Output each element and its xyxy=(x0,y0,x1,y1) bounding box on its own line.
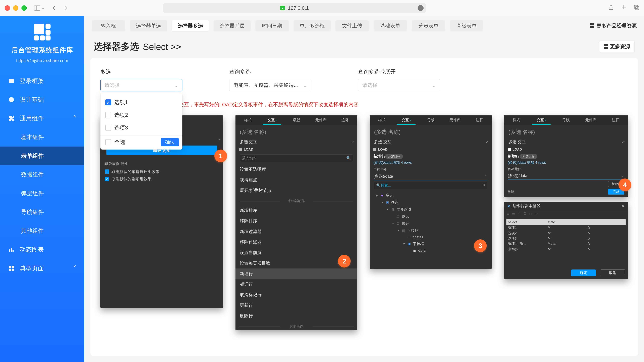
more-pm-resources-link[interactable]: 更多产品经理资源 xyxy=(590,22,637,29)
ax-tab-interaction[interactable]: 交互 xyxy=(260,115,284,125)
load-event[interactable]: LOAD xyxy=(370,146,492,153)
checkbox-checked-icon[interactable]: ✓ xyxy=(105,99,111,105)
tab-popup-select[interactable]: 选择器弹层 xyxy=(214,20,251,31)
back-button[interactable] xyxy=(50,4,58,12)
ax-tab-style[interactable]: 样式 xyxy=(370,115,394,125)
sidebar-item-design[interactable]: 设计基础 xyxy=(0,90,84,109)
reader-icon[interactable]: ••• xyxy=(418,5,424,11)
option-3[interactable]: 选项3 xyxy=(100,121,182,134)
action-item[interactable]: 新增排序 xyxy=(236,205,358,216)
sidebar-item-other[interactable]: 其他组件 xyxy=(0,222,84,240)
action-item[interactable]: 新增过滤器 xyxy=(236,226,358,237)
tab-datetime[interactable]: 时间日期 xyxy=(256,20,289,31)
new-tab-icon[interactable]: ＋ xyxy=(620,4,628,11)
toolbar-icon[interactable]: ↤ xyxy=(529,212,532,216)
multi-select-dropdown[interactable]: ✓ 选项1 选项2 选项3 全选 xyxy=(100,93,182,150)
repeater-table[interactable]: select state 选项1fxfx 选项2fxfx 选项3fxfx 选项1… xyxy=(506,219,626,252)
action-item[interactable]: 更新行 xyxy=(236,300,358,311)
ax-tab-style[interactable]: 样式 xyxy=(236,115,260,125)
more-resource-button[interactable]: 更多资源 xyxy=(599,41,635,53)
minimize-window-icon[interactable] xyxy=(13,5,18,11)
action-item[interactable]: 取消标记行 xyxy=(236,290,358,300)
checkbox-icon[interactable] xyxy=(105,139,111,145)
select-all[interactable]: 全选 xyxy=(105,138,125,146)
ax-tab-notes[interactable]: 注释 xyxy=(603,115,628,125)
close-window-icon[interactable] xyxy=(5,5,10,11)
tab-upload[interactable]: 文件上传 xyxy=(336,20,369,31)
action-item[interactable]: 设置不透明度 xyxy=(236,164,358,175)
tree-row[interactable]: ▼▣多选 xyxy=(371,199,490,206)
sidebar-item-popup[interactable]: 弹层组件 xyxy=(0,184,84,203)
expand-icon[interactable]: ⤢ xyxy=(486,140,489,144)
tab-checkbox[interactable]: 单、多选框 xyxy=(294,20,331,31)
toolbar-icon[interactable]: ≡ xyxy=(507,212,509,216)
tab-advanced-form[interactable]: 高级表单 xyxy=(450,20,483,31)
checkbox-icon[interactable] xyxy=(105,125,111,131)
ax-tab-master[interactable]: 母版 xyxy=(418,115,443,125)
tabs-overview-icon[interactable] xyxy=(634,4,639,11)
action-item[interactable]: 展开/折叠树节点 xyxy=(236,185,358,196)
checkbox-icon[interactable] xyxy=(105,112,111,118)
toolbar-icon[interactable]: ↧ xyxy=(523,212,526,216)
filter-icon[interactable]: ⚲ xyxy=(482,183,485,188)
share-icon[interactable] xyxy=(608,4,614,11)
target-value-input[interactable]: (多选)/data ⌄ xyxy=(508,172,624,179)
expand-icon[interactable]: ⤢ xyxy=(351,140,354,144)
tree-row[interactable]: ▼▥展开选项 xyxy=(371,206,490,213)
toolbar-icon[interactable]: ↥ xyxy=(518,212,521,216)
ax-tab-master[interactable]: 母版 xyxy=(284,115,308,125)
action-item[interactable]: 删除行 xyxy=(236,311,358,321)
cancel-button[interactable]: 取消 xyxy=(600,270,625,276)
tab-single-select[interactable]: 选择器单选 xyxy=(130,20,167,31)
tab-multi-select[interactable]: 选择器多选 xyxy=(172,20,209,31)
ax-tab-notes[interactable]: 注释 xyxy=(467,115,492,125)
tree-row[interactable]: ▼▥下拉框 xyxy=(371,227,490,234)
sidebar-item-basic[interactable]: 基本组件 xyxy=(0,128,84,147)
load-event[interactable]: LOAD xyxy=(236,146,358,153)
load-event[interactable]: LOAD xyxy=(504,146,628,153)
tab-input[interactable]: 输入框 xyxy=(92,20,125,31)
ax-tab-library[interactable]: 元件库 xyxy=(443,115,468,125)
multi-select-input[interactable]: 请选择 ⌄ xyxy=(100,79,182,91)
close-icon[interactable]: ✕ xyxy=(621,204,625,209)
ax-tab-master[interactable]: 母版 xyxy=(554,115,578,125)
add-target-pill[interactable]: 添加目标 xyxy=(386,154,403,159)
ax-tab-interaction[interactable]: 交互 xyxy=(529,115,554,125)
tree-row[interactable]: ▼▣下拉框 xyxy=(371,240,490,247)
expand-icon[interactable]: ⤢ xyxy=(217,138,220,142)
action-item[interactable]: 获得焦点 xyxy=(236,175,358,185)
confirm-button[interactable]: 确认 xyxy=(161,138,179,146)
tree-row[interactable]: ▶◆多选 xyxy=(371,192,490,199)
expand-icon[interactable]: ⤢ xyxy=(622,140,625,144)
ok-button[interactable]: 确定 xyxy=(571,270,596,276)
search-expand-select-input[interactable]: 请选择 ⌄ xyxy=(358,79,440,91)
ax-tab-notes[interactable]: 注释 xyxy=(333,115,358,125)
check-row-2[interactable]: ✓ 取消默认的选项组效果 xyxy=(100,175,223,183)
action-item[interactable]: 移除排序 xyxy=(236,216,358,226)
toolbar-icon[interactable]: ≣ xyxy=(512,212,515,216)
ax-tab-interaction[interactable]: 交互 xyxy=(394,115,418,125)
address-bar[interactable]: ▸ 127.0.0.1 ••• xyxy=(163,3,426,13)
ax-tab-library[interactable]: 元件库 xyxy=(578,115,603,125)
sidebar-item-pages[interactable]: 典型页面 ˅ xyxy=(0,259,84,278)
tree-row[interactable]: ▼☐展开 xyxy=(371,220,490,227)
action-search[interactable]: 插入动作 🔍 xyxy=(240,154,353,162)
sidebar-item-components[interactable]: 通用组件 ˄ xyxy=(0,109,84,128)
target-value-input[interactable]: (多选)/data ⌃ xyxy=(374,173,488,180)
ax-tab-library[interactable]: 元件库 xyxy=(308,115,333,125)
checkbox-checked-icon[interactable]: ✓ xyxy=(105,177,109,181)
checkbox-checked-icon[interactable]: ✓ xyxy=(105,169,109,174)
option-1[interactable]: ✓ 选项1 xyxy=(100,96,182,109)
sidebar-item-data[interactable]: 数据组件 xyxy=(0,165,84,184)
sidebar-item-login[interactable]: 登录框架 xyxy=(0,72,84,90)
tree-row[interactable]: ☐默认 xyxy=(371,213,490,220)
search-multi-select-input[interactable]: 电能表、互感器、采集终端... ⌄ xyxy=(229,79,311,91)
tab-basic-form[interactable]: 基础表单 xyxy=(374,20,407,31)
action-item-add-row[interactable]: 新增行 xyxy=(236,269,358,279)
maximize-window-icon[interactable] xyxy=(22,5,27,11)
sidebar-item-charts[interactable]: 动态图表 xyxy=(0,240,84,259)
tree-row[interactable]: ▦data xyxy=(371,247,490,254)
action-item[interactable]: 移除过滤器 xyxy=(236,237,358,247)
check-row-1[interactable]: ✓ 取消默认的单选按钮组效果 xyxy=(100,168,223,175)
option-2[interactable]: 选项2 xyxy=(100,109,182,121)
